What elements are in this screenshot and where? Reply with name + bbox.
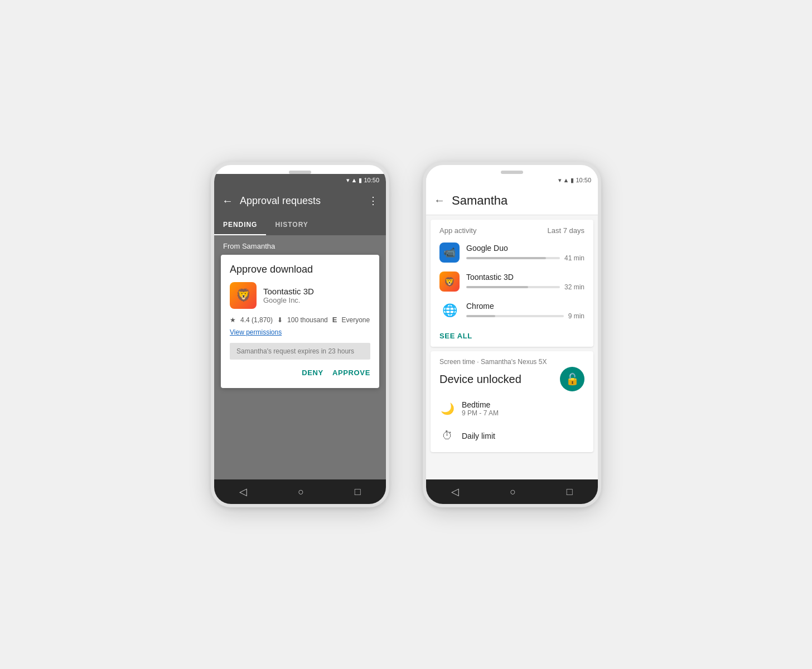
rating-label: Everyone [341,316,370,324]
app-details: Toontastic 3D Google Inc. [263,287,314,304]
tabs-1: PENDING HISTORY [214,215,386,235]
toontastic-icon-large: 🦁 [230,282,257,309]
toolbar-2: ← Samantha [426,186,598,215]
daily-limit-row: ⏱ Daily limit [439,426,584,445]
status-bar-2: ▾ ▲ ▮ 10:50 [426,174,598,186]
toontastic-name: Toontastic 3D [466,273,584,282]
approve-button[interactable]: APPROVE [332,366,370,379]
approval-card: Approve download 🦁 Toontastic 3D Google … [221,255,379,388]
tab-history[interactable]: HISTORY [266,215,317,235]
app-row: 🦁 Toontastic 3D Google Inc. [230,282,370,309]
chrome-time: 9 min [568,312,584,320]
chrome-bar-bg [466,315,564,317]
duo-name: Google Duo [466,244,584,253]
list-item: 📹 Google Duo 41 min [431,238,593,267]
bedtime-info: Bedtime 9 PM - 7 AM [462,400,499,417]
time-1: 10:50 [364,177,379,183]
toontastic-info: Toontastic 3D 32 min [466,273,584,291]
phone-1: ▾ ▲ ▮ 10:50 ← Approval requests ⋮ PENDIN… [211,162,389,507]
toontastic-bar-row: 32 min [466,283,584,291]
lock-button[interactable]: 🔓 [560,367,584,391]
toontastic-icon-small: 🦁 [439,272,460,292]
bedtime-label: Bedtime [462,400,499,409]
phone-2: ▾ ▲ ▮ 10:50 ← Samantha App activity Last… [423,162,601,507]
esrb-icon: Ε [332,316,337,324]
app-activity-period: Last 7 days [548,226,585,235]
app-meta: ★ 4.4 (1,870) ⬇ 100 thousand Ε Everyone [230,316,370,324]
tab-pending[interactable]: PENDING [214,215,266,235]
status-icons-1: ▾ ▲ ▮ 10:50 [346,177,379,184]
chrome-info: Chrome 9 min [466,302,584,320]
toolbar-title-2: Samantha [452,193,590,208]
daily-limit-info: Daily limit [462,432,495,440]
list-item: 🦁 Toontastic 3D 32 min [431,267,593,296]
toolbar-title-1: Approval requests [240,195,361,207]
section-label-1: From Samantha [214,235,386,255]
toontastic-bar-bg [466,286,560,288]
toolbar-1: ← Approval requests ⋮ [214,186,386,215]
duo-icon: 📹 [439,243,460,263]
battery-icon-2: ▮ [571,177,574,184]
toontastic-time: 32 min [564,283,584,291]
star-icon: ★ [230,316,236,324]
phone2-content: App activity Last 7 days 📹 Google Duo [426,215,598,479]
see-all-button[interactable]: SEE ALL [431,325,593,347]
status-icons-2: ▾ ▲ ▮ 10:50 [558,177,591,184]
nav-bar-2: ◁ ○ □ [426,479,598,504]
status-bar-1: ▾ ▲ ▮ 10:50 [214,174,386,186]
battery-icon: ▮ [359,177,362,184]
timer-icon: ⏱ [439,429,455,442]
chrome-name: Chrome [466,302,584,311]
recents-nav-1[interactable]: □ [355,486,361,498]
deny-button[interactable]: DENY [302,366,323,379]
card-title: Approve download [230,264,370,275]
back-button-1[interactable]: ← [222,195,233,207]
bedtime-val: 9 PM - 7 AM [462,409,499,417]
wifi-icon-2: ▾ [558,177,562,184]
app-activity-card: App activity Last 7 days 📹 Google Duo [431,220,593,347]
duo-info: Google Duo 41 min [466,244,584,262]
expiry-bar: Samantha's request expires in 23 hours [230,343,370,360]
download-count: 100 thousand [287,316,328,324]
device-title: Device unlocked 🔓 [439,367,584,391]
chrome-icon: 🌐 [439,300,460,321]
phone1-content: From Samantha Approve download 🦁 Toontas… [214,235,386,479]
device-card: Screen time · Samantha's Nexus 5X Device… [431,351,593,452]
scene: ▾ ▲ ▮ 10:50 ← Approval requests ⋮ PENDIN… [177,128,635,541]
duo-bar-bg [466,257,560,259]
app-name: Toontastic 3D [263,287,314,296]
toontastic-bar-fill [466,286,528,288]
list-item: 🌐 Chrome 9 min [431,296,593,325]
back-button-2[interactable]: ← [434,194,445,207]
rating-value: 4.4 (1,870) [240,316,273,324]
app-activity-header: App activity Last 7 days [431,220,593,238]
recents-nav-2[interactable]: □ [567,486,573,498]
download-icon: ⬇ [277,316,283,324]
duo-bar-row: 41 min [466,254,584,262]
duo-time: 41 min [564,254,584,262]
back-nav-1[interactable]: ◁ [239,486,247,498]
bedtime-row: 🌙 Bedtime 9 PM - 7 AM [439,397,584,420]
card-actions: DENY APPROVE [230,366,370,379]
home-nav-1[interactable]: ○ [298,486,304,498]
daily-limit-label: Daily limit [462,432,495,440]
more-button-1[interactable]: ⋮ [368,195,378,207]
home-nav-2[interactable]: ○ [510,486,516,498]
bedtime-icon: 🌙 [439,402,455,415]
signal-icon: ▲ [351,177,357,183]
lock-icon: 🔓 [566,372,579,386]
nav-bar-1: ◁ ○ □ [214,479,386,504]
app-dev: Google Inc. [263,296,314,304]
chrome-bar-fill [466,315,495,317]
duo-bar-fill [466,257,546,259]
wifi-icon: ▾ [346,177,350,184]
app-activity-label: App activity [439,226,476,235]
time-2: 10:50 [576,177,591,183]
back-nav-2[interactable]: ◁ [451,486,459,498]
chrome-bar-row: 9 min [466,312,584,320]
view-permissions-link[interactable]: View permissions [230,328,370,336]
signal-icon-2: ▲ [563,177,569,183]
device-subtitle: Screen time · Samantha's Nexus 5X [439,358,584,366]
